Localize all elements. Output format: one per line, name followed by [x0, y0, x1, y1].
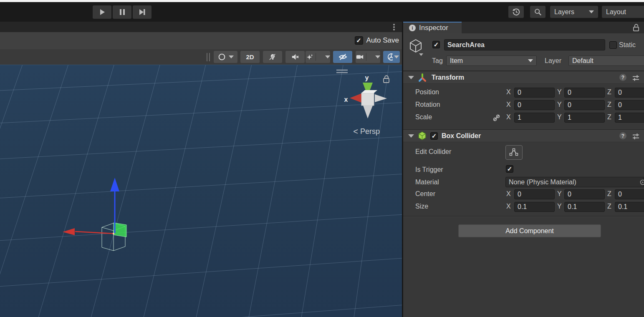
shading-mode-dropdown[interactable]: [214, 51, 237, 63]
gizmo-cube-top-face: [361, 90, 377, 93]
unlinked-scale-icon[interactable]: [492, 114, 500, 122]
position-x-field[interactable]: [514, 88, 555, 98]
x-axis-arrow[interactable]: [75, 231, 114, 234]
scene-viewport[interactable]: y x < Persp: [0, 65, 402, 317]
transform-title: Transform: [432, 74, 464, 81]
search-button[interactable]: [530, 6, 546, 18]
history-button[interactable]: [508, 6, 524, 18]
help-icon[interactable]: ?: [619, 74, 626, 81]
button-divider: [316, 53, 316, 61]
gizmo-x-cone[interactable]: [350, 93, 361, 103]
is-trigger-checkbox[interactable]: [506, 165, 513, 173]
gizmo-unlock-icon[interactable]: [384, 76, 389, 83]
tag-dropdown[interactable]: Item: [446, 55, 537, 66]
material-value: None (Physic Material): [509, 179, 576, 186]
object-picker-icon[interactable]: [639, 179, 644, 186]
is-trigger-label: Is Trigger: [415, 166, 443, 174]
axis-x-label: X: [506, 101, 511, 108]
scale-z-field[interactable]: [615, 113, 644, 123]
layers-dropdown[interactable]: Layers: [550, 6, 598, 18]
gizmos-dropdown-arrow[interactable]: [393, 51, 400, 63]
size-z-field[interactable]: [615, 202, 644, 212]
scale-row: Scale X Y Z: [403, 113, 644, 123]
transform-icon: [417, 73, 427, 83]
toolbar-drag-handle[interactable]: [207, 53, 210, 61]
add-component-button[interactable]: Add Component: [458, 224, 601, 237]
preset-icon[interactable]: [632, 75, 639, 81]
layer-value: Default: [572, 57, 593, 65]
play-icon: [99, 9, 106, 15]
scene-camera-dropdown[interactable]: [356, 51, 380, 63]
2d-toggle-button[interactable]: 2D: [240, 51, 260, 63]
axis-x-label: X: [506, 190, 511, 198]
pause-button[interactable]: [113, 5, 131, 19]
component-divider-highlight: [403, 216, 644, 217]
axis-y-label: Y: [557, 203, 562, 210]
play-button[interactable]: [93, 5, 111, 19]
layer-dropdown[interactable]: Default: [568, 55, 644, 66]
scene-toolbar: 2D: [0, 49, 402, 65]
axis-y-label: Y: [557, 88, 562, 96]
rotation-x-field[interactable]: [514, 100, 555, 110]
tag-label: Tag: [432, 57, 443, 65]
size-x-field[interactable]: [514, 202, 555, 212]
history-icon: [512, 8, 520, 16]
foldout-arrow-icon[interactable]: [408, 134, 414, 138]
scene-visibility-toggle[interactable]: [333, 51, 352, 63]
gizmo-negy-cone[interactable]: [363, 106, 373, 118]
transform-header[interactable]: Transform ?: [403, 71, 644, 84]
scale-x-field[interactable]: [514, 113, 555, 123]
center-z-field[interactable]: [615, 189, 644, 199]
axis-x-label: X: [506, 88, 511, 96]
center-y-field[interactable]: [564, 189, 605, 199]
static-checkbox[interactable]: [609, 41, 617, 49]
size-y-field[interactable]: [564, 202, 605, 212]
preset-icon[interactable]: [632, 133, 639, 140]
scale-y-field[interactable]: [564, 113, 605, 123]
gizmo-negx-cone[interactable]: [375, 94, 387, 102]
rotation-z-field[interactable]: [615, 100, 644, 110]
gameobject-active-checkbox[interactable]: [432, 41, 440, 48]
persp-label[interactable]: Persp: [360, 127, 380, 136]
effects-dropdown[interactable]: [306, 51, 330, 63]
foldout-arrow-icon[interactable]: [408, 76, 414, 79]
pause-icon: [119, 9, 125, 15]
center-x-field[interactable]: [514, 189, 555, 199]
scene-lighting-toggle[interactable]: [263, 51, 282, 63]
material-object-field[interactable]: None (Physic Material): [505, 177, 644, 187]
search-icon: [534, 8, 542, 16]
box-collider-enabled-checkbox[interactable]: [430, 132, 438, 140]
unlock-icon[interactable]: [633, 24, 640, 32]
chevron-down-icon: [229, 55, 234, 58]
gizmo-y-axis-label: y: [365, 74, 369, 81]
selected-object-gizmo[interactable]: [63, 178, 126, 251]
eye-off-icon: [338, 52, 348, 62]
layout-dropdown[interactable]: Layout: [602, 6, 644, 18]
position-z-field[interactable]: [615, 88, 644, 98]
auto-save-checkbox[interactable]: [355, 36, 363, 45]
unity-editor-window: Layers Layout Auto Save: [0, 0, 644, 317]
kebab-menu-icon[interactable]: [391, 23, 397, 31]
x-axis-arrowhead: [63, 228, 75, 235]
gameobject-name-field[interactable]: [444, 39, 605, 50]
edit-collider-icon: [509, 148, 519, 156]
gizmo-center-cube[interactable]: [361, 93, 374, 106]
y-axis-arrowhead: [110, 178, 119, 191]
box-collider-header[interactable]: Box Collider ?: [403, 129, 644, 142]
layout-dropdown-label: Layout: [606, 8, 626, 16]
scene-view-panel: Auto Save 2D: [0, 22, 402, 317]
gameobject-cube-icon[interactable]: [408, 38, 423, 56]
help-icon[interactable]: ?: [619, 132, 626, 139]
rotation-y-field[interactable]: [564, 100, 605, 110]
chevron-down-icon: [325, 55, 330, 58]
camera-icon: [356, 53, 364, 61]
tab-inspector[interactable]: i Inspector: [403, 22, 462, 33]
chevron-down-icon: [375, 55, 380, 58]
material-label: Material: [415, 179, 439, 186]
edit-collider-button[interactable]: [505, 145, 523, 160]
step-button[interactable]: [133, 5, 152, 19]
position-y-field[interactable]: [564, 88, 605, 98]
axis-z-label: Z: [607, 113, 611, 121]
scene-audio-toggle[interactable]: [285, 51, 305, 63]
move-plane-handle[interactable]: [114, 223, 126, 237]
